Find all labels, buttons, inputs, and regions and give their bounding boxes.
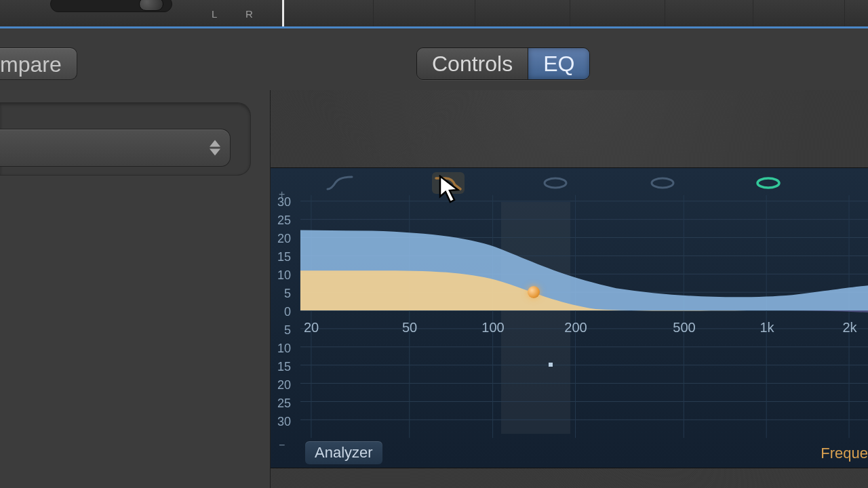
y-tick: 10 bbox=[273, 268, 291, 283]
y-tick: 20 bbox=[273, 232, 291, 246]
y-tick: 5 bbox=[273, 287, 291, 301]
x-tick: 50 bbox=[402, 320, 417, 336]
x-tick: 20 bbox=[304, 320, 319, 336]
svg-point-22 bbox=[757, 178, 779, 188]
compare-label: mpare bbox=[0, 52, 62, 77]
left-panel bbox=[0, 90, 270, 488]
tab-controls-label: Controls bbox=[432, 52, 513, 76]
ruler-tick bbox=[753, 0, 753, 27]
y-tick: 30 bbox=[273, 195, 291, 209]
y-tick: 30 bbox=[273, 415, 291, 429]
band-peak3-icon[interactable] bbox=[752, 172, 785, 194]
band-lowshelf-icon[interactable] bbox=[432, 172, 465, 194]
tab-eq[interactable]: EQ bbox=[528, 48, 589, 79]
ruler-tick bbox=[844, 0, 845, 27]
band-q-handle[interactable] bbox=[549, 363, 553, 367]
pan-left-label: L bbox=[212, 8, 217, 20]
ruler-tick bbox=[475, 0, 475, 27]
band-handle[interactable] bbox=[528, 286, 540, 298]
playhead-marker[interactable] bbox=[282, 0, 284, 27]
y-minus-icon: − bbox=[279, 439, 285, 451]
y-tick: 15 bbox=[273, 360, 291, 374]
compare-button[interactable]: mpare bbox=[0, 47, 77, 80]
y-tick: 25 bbox=[273, 214, 291, 228]
eq-graph[interactable] bbox=[271, 168, 868, 468]
eq-area: + 30 25 20 15 10 5 0 5 10 15 20 25 30 − … bbox=[270, 90, 868, 488]
band-peak1-icon[interactable] bbox=[539, 172, 572, 194]
analyzer-label: Analyzer bbox=[315, 444, 373, 461]
analyzer-button[interactable]: Analyzer bbox=[304, 441, 383, 465]
y-tick: 20 bbox=[273, 378, 291, 392]
y-tick: 25 bbox=[273, 396, 291, 411]
preset-well bbox=[0, 102, 251, 176]
x-tick: 2k bbox=[842, 320, 856, 336]
ruler-tick bbox=[373, 0, 374, 27]
ruler-tick bbox=[570, 0, 570, 27]
x-tick: 1k bbox=[760, 320, 774, 336]
y-tick: 15 bbox=[273, 250, 291, 264]
x-tick: 100 bbox=[481, 320, 504, 336]
y-tick: 0 bbox=[273, 305, 291, 319]
stepper-icon bbox=[210, 140, 222, 156]
transport-strip: L R bbox=[0, 0, 868, 27]
band-highpass-icon[interactable] bbox=[323, 172, 356, 194]
band-peak2-icon[interactable] bbox=[646, 172, 679, 194]
ruler-tick bbox=[665, 0, 665, 27]
pan-knob[interactable] bbox=[139, 0, 163, 11]
x-tick: 200 bbox=[564, 320, 587, 336]
y-tick: 10 bbox=[273, 342, 291, 356]
y-tick: 5 bbox=[273, 323, 291, 338]
svg-point-20 bbox=[545, 178, 566, 188]
eq-panel[interactable]: + 30 25 20 15 10 5 0 5 10 15 20 25 30 − … bbox=[271, 167, 868, 468]
editor-tabs: Controls EQ bbox=[416, 47, 590, 80]
preset-dropdown[interactable] bbox=[0, 129, 231, 167]
pan-right-label: R bbox=[245, 8, 253, 20]
x-tick: 500 bbox=[673, 320, 695, 336]
svg-point-21 bbox=[652, 178, 673, 188]
tab-eq-label: EQ bbox=[543, 52, 574, 76]
frequency-readout-label: Freque bbox=[821, 445, 868, 462]
pan-slider[interactable] bbox=[50, 0, 172, 12]
tab-controls[interactable]: Controls bbox=[417, 48, 528, 79]
